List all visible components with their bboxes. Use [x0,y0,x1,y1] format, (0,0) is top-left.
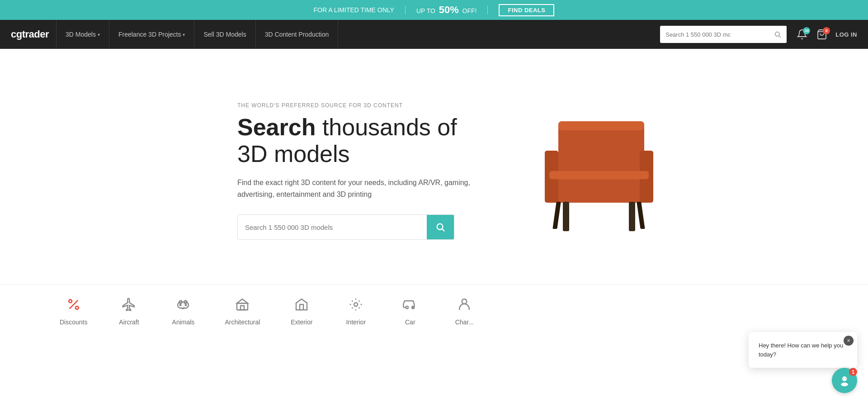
category-item-animals[interactable]: Animals [156,288,210,335]
nav-freelance[interactable]: Freelance 3D Projects ▾ [109,20,195,49]
banner-divider [405,5,406,14]
svg-rect-23 [237,303,248,310]
svg-point-28 [354,303,358,306]
header-search-button[interactable] [769,26,787,43]
svg-rect-25 [241,306,244,310]
cart-button[interactable]: 0 [814,27,830,42]
hero-search-bar[interactable] [237,214,454,240]
chat-close-button[interactable]: × [844,336,854,338]
category-label-discounts: Discounts [60,318,87,326]
banner-divider2 [487,5,488,14]
svg-point-16 [69,299,72,303]
nav-3d-models[interactable]: 3D Models ▾ [56,20,109,49]
architectural-icon [235,297,250,315]
category-item-characters[interactable]: Char... [437,288,491,335]
svg-rect-14 [637,202,645,229]
category-label-characters: Char... [455,318,474,326]
hero-title: Search thousands of 3D models [237,114,486,168]
find-deals-button[interactable]: FIND DEALS [499,4,554,16]
chat-widget: × Hey there! How can we help you today? [749,332,857,338]
chevron-down-icon: ▾ [98,32,100,37]
svg-line-15 [69,300,78,309]
category-item-discounts[interactable]: Discounts [45,288,102,335]
category-label-interior: Interior [346,318,366,326]
interior-icon [349,297,363,315]
svg-line-1 [779,36,781,38]
hero-subtitle: THE WORLD'S PREFERRED SOURCE FOR 3D CONT… [237,102,486,109]
category-item-architectural[interactable]: Architectural [210,288,274,335]
category-item-car[interactable]: Car [383,288,437,335]
category-label-animals: Animals [172,318,195,326]
banner-upto: UP TO 50% OFF! [416,4,477,16]
hero-text-block: THE WORLD'S PREFERRED SOURCE FOR 3D CONT… [237,102,486,240]
category-item-interior[interactable]: Interior [329,288,383,335]
hero-search-input[interactable] [238,215,427,239]
svg-rect-9 [558,121,644,130]
hero-search-button[interactable] [427,215,454,239]
nav-sell[interactable]: Sell 3D Models [194,20,255,49]
svg-rect-12 [629,202,635,231]
cart-badge: 0 [823,27,830,34]
hero-section: THE WORLD'S PREFERRED SOURCE FOR 3D CONT… [0,49,868,284]
main-nav: 3D Models ▾ Freelance 3D Projects ▾ Sell… [56,20,660,49]
category-label-architectural: Architectural [225,318,260,326]
svg-rect-13 [552,202,561,229]
category-label-aircraft: Aircraft [119,318,139,326]
header-search-input[interactable] [660,31,769,38]
notifications-button[interactable]: 20 [794,27,810,42]
svg-point-21 [180,304,181,306]
svg-point-29 [406,306,408,309]
hero-description: Find the exact right 3D content for your… [237,177,486,200]
svg-point-17 [75,306,79,309]
hero-chair-image [522,99,676,243]
header-search-bar[interactable] [660,26,787,43]
car-icon [403,297,417,315]
svg-point-22 [185,304,187,306]
nav-content-production[interactable]: 3D Content Production [256,20,339,49]
category-item-aircraft[interactable]: Aircraft [102,288,156,335]
chevron-down-icon: ▾ [183,32,185,37]
header-icons: 20 0 LOG IN [794,27,857,42]
svg-rect-10 [549,171,649,179]
discount-percent: 50% [439,4,459,15]
main-header: cgtrader 3D Models ▾ Freelance 3D Projec… [0,20,868,49]
exterior-icon [294,297,309,315]
site-logo[interactable]: cgtrader [11,29,49,40]
aircraft-icon [122,297,136,315]
svg-point-3 [437,224,443,230]
svg-point-0 [775,32,779,36]
svg-rect-11 [563,202,569,231]
promo-banner: FOR A LIMITED TIME ONLY UP TO 50% OFF! F… [0,0,868,20]
characters-icon [457,297,472,315]
percent-icon [66,297,81,315]
animals-icon [176,297,190,315]
category-strip: Discounts Aircraft Animals [0,284,868,338]
category-label-car: Car [405,318,415,326]
category-item-exterior[interactable]: Exterior [274,288,329,335]
svg-line-4 [442,229,444,232]
notifications-badge: 20 [803,27,810,34]
category-label-exterior: Exterior [291,318,312,326]
promo-text: FOR A LIMITED TIME ONLY [314,6,394,14]
svg-point-31 [462,299,467,304]
login-button[interactable]: LOG IN [835,31,857,38]
